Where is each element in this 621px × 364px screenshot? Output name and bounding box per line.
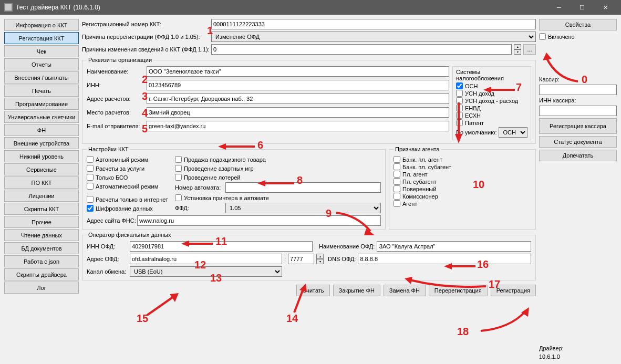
bank-agent-checkbox[interactable] xyxy=(394,156,400,163)
sidebar-item-print[interactable]: Печать xyxy=(4,85,79,97)
fns-input[interactable] xyxy=(137,215,381,226)
replace-fn-button[interactable]: Замена ФН xyxy=(384,285,426,296)
tax-usn-expense-checkbox[interactable] xyxy=(456,97,463,104)
change-reasons-input[interactable] xyxy=(211,44,512,55)
titlebar: Тест драйвера ККТ (10.6.1.0) ─ ☐ ✕ xyxy=(0,0,621,15)
encryption-checkbox[interactable] xyxy=(87,205,94,212)
auto-number-input[interactable] xyxy=(225,182,381,193)
ofd-port-input[interactable] xyxy=(288,254,314,264)
gambling-checkbox[interactable] xyxy=(175,165,182,172)
sidebar-item-log[interactable]: Лог xyxy=(4,282,79,294)
reg-number-input[interactable] xyxy=(211,19,536,29)
minimize-button[interactable]: ─ xyxy=(547,0,571,15)
excise-checkbox[interactable] xyxy=(175,156,182,163)
tax-patent-checkbox[interactable] xyxy=(456,119,463,126)
reg-cashier-button[interactable]: Регистрация кассира xyxy=(539,118,617,134)
close-button[interactable]: ✕ xyxy=(594,0,617,15)
sidebar-item-info[interactable]: Информация о ККТ xyxy=(4,19,79,31)
ofd-fieldset: Оператор фискальных данных ИНН ОФД: Наим… xyxy=(82,232,536,280)
sidebar-item-kkt-scripts[interactable]: Скрипты ККТ xyxy=(4,203,79,215)
sidebar-item-lowlevel[interactable]: Нижний уровень xyxy=(4,150,79,162)
kkt-settings-fieldset: Настройки ККТ Автономный режим Расчеты з… xyxy=(82,146,386,230)
tax-eshn-checkbox[interactable] xyxy=(456,112,463,119)
sidebar-item-registration[interactable]: Регистрация ККТ xyxy=(4,32,79,44)
tax-legend: Системы налогообложения xyxy=(456,69,527,81)
tax-usn-income-checkbox[interactable] xyxy=(456,90,463,97)
fns-label: Адрес сайта ФНС: xyxy=(87,217,135,224)
read-button[interactable]: Считать xyxy=(296,285,329,296)
tax-patent-label: Патент xyxy=(465,120,484,126)
pay-subagent-checkbox[interactable] xyxy=(394,178,400,185)
org-name-label: Наименование: xyxy=(87,68,143,75)
sidebar-item-reports[interactable]: Отчеты xyxy=(4,58,79,70)
sidebar-item-external[interactable]: Внешние устройства xyxy=(4,137,79,149)
ffd-select[interactable]: 1.05 xyxy=(225,203,381,213)
commissioner-checkbox[interactable] xyxy=(394,193,400,200)
close-fn-button[interactable]: Закрытие ФН xyxy=(333,285,380,296)
sidebar-item-programming[interactable]: Программирование xyxy=(4,98,79,110)
tax-osn-checkbox[interactable] xyxy=(456,82,463,89)
org-name-input[interactable] xyxy=(147,66,449,77)
bso-checkbox[interactable] xyxy=(87,174,94,181)
auto-number-label: Номер автомата: xyxy=(175,184,223,191)
ofd-channel-label: Канал обмена: xyxy=(87,268,128,275)
rereg-reason-select[interactable]: Изменение ОФД xyxy=(211,32,536,42)
ofd-addr-input[interactable] xyxy=(130,254,282,264)
autonomous-checkbox[interactable] xyxy=(87,156,94,163)
attorney-checkbox[interactable] xyxy=(394,185,400,192)
org-inn-label: ИНН: xyxy=(87,82,143,88)
print-more-button[interactable]: Допечатать xyxy=(539,150,617,161)
properties-button[interactable]: Свойства xyxy=(539,19,617,30)
org-calc-addr-input[interactable] xyxy=(147,93,449,104)
ofd-name-input[interactable] xyxy=(377,241,531,252)
bank-subagent-checkbox[interactable] xyxy=(394,163,400,170)
ofd-dns-label: DNS ОФД: xyxy=(328,256,356,262)
ofd-port-spinner[interactable]: ▴▾ xyxy=(316,254,324,264)
rereg-button[interactable]: Перерегистрация xyxy=(429,285,488,296)
sidebar-item-receipt[interactable]: Чек xyxy=(4,45,79,57)
tax-envd-checkbox[interactable] xyxy=(456,105,463,111)
cashier-input[interactable] xyxy=(539,85,617,95)
org-email-input[interactable] xyxy=(147,121,449,131)
ofd-channel-select[interactable]: USB (EoU) xyxy=(130,266,282,277)
sidebar-item-read-data[interactable]: Чтение данных xyxy=(4,229,79,241)
cashier-inn-input[interactable] xyxy=(539,106,617,116)
org-calc-addr-label: Адрес расчетов: xyxy=(87,96,143,102)
tax-osn-label: ОСН xyxy=(465,83,478,89)
pay-agent-checkbox[interactable] xyxy=(394,171,400,178)
org-legend: Реквизиты организации xyxy=(87,57,153,63)
maximize-button[interactable]: ☐ xyxy=(571,0,594,15)
sidebar-item-service[interactable]: Сервисные xyxy=(4,163,79,175)
sidebar-item-firmware[interactable]: ПО ККТ xyxy=(4,176,79,189)
sidebar-item-json[interactable]: Работа с json xyxy=(4,255,79,267)
printer-checkbox[interactable] xyxy=(175,194,182,201)
org-inn-input[interactable] xyxy=(147,80,449,90)
sidebar-item-fn[interactable]: ФН xyxy=(4,124,79,136)
sidebar-item-counters[interactable]: Универсальные счетчики xyxy=(4,111,79,123)
doc-status-button[interactable]: Статус документа xyxy=(539,136,617,148)
agent-checkbox[interactable] xyxy=(394,200,400,207)
org-calc-place-input[interactable] xyxy=(147,107,449,118)
ofd-dns-input[interactable] xyxy=(358,254,531,264)
reg-button[interactable]: Регистрация xyxy=(491,285,536,296)
tax-default-select[interactable]: ОСН xyxy=(499,127,527,138)
services-checkbox[interactable] xyxy=(87,165,94,172)
sidebar-item-docs-db[interactable]: БД документов xyxy=(4,242,79,254)
sidebar-item-driver-scripts[interactable]: Скрипты драйвера xyxy=(4,268,79,280)
window-title: Тест драйвера ККТ (10.6.1.0) xyxy=(16,4,547,11)
sidebar-item-deposits[interactable]: Внесения / выплаты xyxy=(4,71,79,84)
change-reasons-browse[interactable]: ... xyxy=(523,44,536,55)
rereg-reason-label: Причина перерегистрации (ФФД 1.0 и 1.05)… xyxy=(82,34,209,40)
ofd-inn-input[interactable] xyxy=(130,241,313,252)
automode-checkbox[interactable] xyxy=(87,183,94,190)
sidebar-item-licenses[interactable]: Лицензии xyxy=(4,190,79,202)
internet-checkbox[interactable] xyxy=(87,196,94,203)
agent-fieldset: Признаки агента Банк. пл. агент Банк. пл… xyxy=(389,146,536,230)
lottery-checkbox[interactable] xyxy=(175,174,182,181)
enabled-checkbox[interactable] xyxy=(539,33,546,40)
ffd-label: ФФД: xyxy=(175,205,223,211)
sidebar-item-other[interactable]: Прочее xyxy=(4,216,79,228)
sidebar: Информация о ККТ Регистрация ККТ Чек Отч… xyxy=(4,19,79,360)
change-reasons-spinner[interactable]: ▴▾ xyxy=(514,44,521,55)
cashier-inn-label: ИНН кассира: xyxy=(539,97,617,103)
